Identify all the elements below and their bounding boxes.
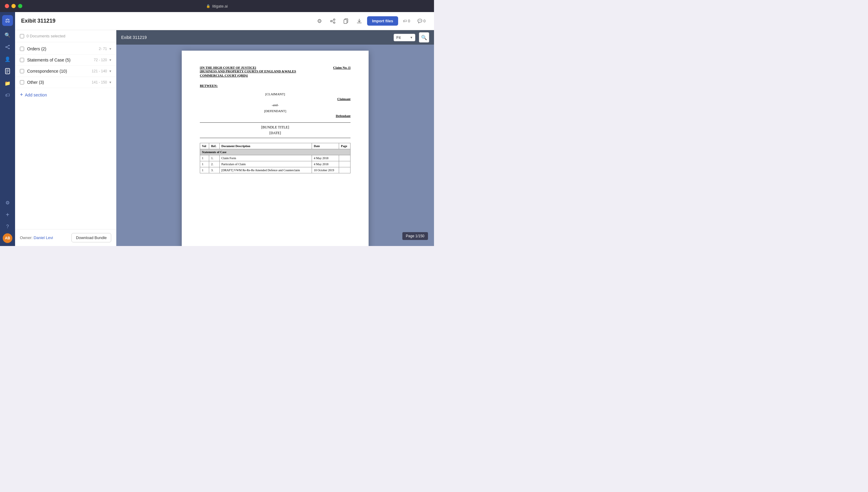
court-line2: [BUSINESS AND PROPERTY COURTS OF ENGLAND… <box>200 69 296 73</box>
page-title: Exibit 311219 <box>21 18 310 24</box>
select-all-checkbox[interactable] <box>20 34 24 38</box>
fit-select[interactable]: Fit 50% 75% 100% 125% 150% <box>393 34 415 41</box>
col-date: Date <box>312 143 339 149</box>
svg-point-11 <box>331 20 332 22</box>
and-text: -and- <box>200 103 351 107</box>
correspondence-chevron-icon: ▾ <box>109 69 111 73</box>
traffic-lights <box>5 4 22 8</box>
col-ref: Ref. <box>209 143 220 149</box>
import-files-button[interactable]: Import files <box>367 16 398 26</box>
correspondence-range: 121 - 140 <box>92 69 107 73</box>
download-header-button[interactable] <box>354 16 365 27</box>
minimize-button[interactable] <box>11 4 16 8</box>
copy-button[interactable] <box>340 16 351 27</box>
pdf-divider-1 <box>200 122 351 123</box>
row2-vol: 1 <box>200 161 209 167</box>
svg-line-3 <box>7 46 8 47</box>
sidebar-item-add[interactable]: + <box>2 209 13 220</box>
defendant-text: [DEFENDANT] <box>200 109 351 113</box>
download-bundle-button[interactable]: Download Bundle <box>71 233 111 242</box>
other-range: 141 - 150 <box>92 80 107 84</box>
close-button[interactable] <box>5 4 9 8</box>
sidebar-item-bundles[interactable] <box>2 66 13 77</box>
section-statements[interactable]: Statements of Case (5) 72 - 120 ▾ <box>15 54 116 66</box>
page-indicator: Page 1/150 <box>402 232 428 240</box>
row3-page <box>339 167 351 173</box>
row2-date: 4 May 2018 <box>312 161 339 167</box>
row3-date: 10 October 2019 <box>312 167 339 173</box>
pdf-content[interactable]: [IN THE HIGH COURT OF JUSTICE] [BUSINESS… <box>116 45 434 246</box>
user-avatar[interactable]: AB <box>3 233 12 243</box>
table-row: 1 2. Particulars of Claim 4 May 2018 <box>200 161 351 167</box>
section-correspondence[interactable]: Correspondence (10) 121 - 140 ▾ <box>15 66 116 77</box>
pdf-court-header: [IN THE HIGH COURT OF JUSTICE] [BUSINESS… <box>200 66 351 82</box>
table-header-row: Vol Ref. Document Description Date Page <box>200 143 351 149</box>
row1-ref: 1. <box>209 155 220 161</box>
sidebar-item-settings[interactable]: ⚙ <box>2 197 13 208</box>
header-bar: Exibit 311219 ⚙ <box>15 12 434 30</box>
nav-sidebar: ⚖ 🔍 👤 📁 🏷 ⚙ + ? AB <box>0 12 15 246</box>
sidebar-item-search[interactable]: 🔍 <box>2 29 13 41</box>
statements-chevron-icon: ▾ <box>109 58 111 62</box>
sidebar-item-nodes[interactable] <box>2 42 13 52</box>
svg-line-4 <box>7 47 8 48</box>
sidebar-item-users[interactable]: 👤 <box>2 54 13 65</box>
add-icon: + <box>20 92 23 98</box>
sidebar-item-tags[interactable]: 🏷 <box>2 90 13 101</box>
sidebar-item-folders[interactable]: 📁 <box>2 78 13 89</box>
statements-checkbox[interactable] <box>20 58 24 62</box>
table-row: 1 3. [DRAFT] VWM Re-Re-Re Amended Defenc… <box>200 167 351 173</box>
add-section-button[interactable]: + Add section <box>15 88 116 102</box>
share-button[interactable] <box>327 16 338 27</box>
pdf-header: Exibit 311219 Fit 50% 75% 100% 125% 150%… <box>116 30 434 45</box>
bundle-title: [BUNDLE TITLE] <box>200 125 351 130</box>
lock-icon: 🔒 <box>206 4 210 8</box>
svg-line-13 <box>332 21 334 22</box>
section-header-label: Statements of Case <box>200 149 351 155</box>
other-checkbox[interactable] <box>20 80 24 84</box>
row1-date: 4 May 2018 <box>312 155 339 161</box>
col-vol: Vol <box>200 143 209 149</box>
row1-desc: Claim Form <box>220 155 312 161</box>
row3-vol: 1 <box>200 167 209 173</box>
row2-page <box>339 161 351 167</box>
correspondence-checkbox[interactable] <box>20 69 24 73</box>
sidebar-item-help[interactable]: ? <box>2 221 13 232</box>
nav-bottom: ⚙ + ? AB <box>2 197 13 243</box>
tags-button[interactable]: 🏷 0 <box>401 18 413 24</box>
row1-page <box>339 155 351 161</box>
court-line1: [IN THE HIGH COURT OF JUSTICE] <box>200 66 296 69</box>
row3-desc: [DRAFT] VWM Re-Re-Re Amended Defence and… <box>220 167 312 173</box>
claimant-text: [CLAIMANT] <box>200 92 351 96</box>
row2-desc: Particulars of Claim <box>220 161 312 167</box>
orders-label: Orders (2) <box>27 46 99 51</box>
statements-range: 72 - 120 <box>94 58 107 62</box>
pdf-divider-2 <box>200 138 351 138</box>
app-logo[interactable]: ⚖ <box>2 15 13 26</box>
owner-name[interactable]: Daniel Levi <box>34 236 53 240</box>
orders-checkbox[interactable] <box>20 47 24 51</box>
settings-button[interactable]: ⚙ <box>314 16 325 27</box>
window-title: 🔒 litigate.ai <box>206 4 228 8</box>
header-actions: ⚙ <box>314 16 428 27</box>
other-label: Other (3) <box>27 80 92 85</box>
col-desc: Document Description <box>220 143 312 149</box>
row3-ref: 3. <box>209 167 220 173</box>
owner-label: Owner: Daniel Levi <box>20 236 53 240</box>
pdf-title: Exibit 311219 <box>121 35 390 40</box>
claimant-label: Claimant <box>200 97 351 101</box>
maximize-button[interactable] <box>18 4 22 8</box>
orders-range: 2- 71 <box>99 47 107 51</box>
svg-point-1 <box>8 45 10 46</box>
section-other[interactable]: Other (3) 141 - 150 ▾ <box>15 77 116 88</box>
svg-point-0 <box>5 46 7 48</box>
col-page: Page <box>339 143 351 149</box>
comment-icon: 💬 <box>417 19 422 23</box>
comments-button[interactable]: 💬 0 <box>415 18 428 24</box>
defendant-label: Defendant <box>200 114 351 118</box>
pdf-viewer: Exibit 311219 Fit 50% 75% 100% 125% 150%… <box>116 30 434 246</box>
court-line3: COMMERCIAL COURT (QBD)] <box>200 74 296 77</box>
section-orders[interactable]: Orders (2) 2- 71 ▾ <box>15 43 116 54</box>
statements-label: Statements of Case (5) <box>27 57 94 63</box>
pdf-search-button[interactable]: 🔍 <box>419 32 429 43</box>
